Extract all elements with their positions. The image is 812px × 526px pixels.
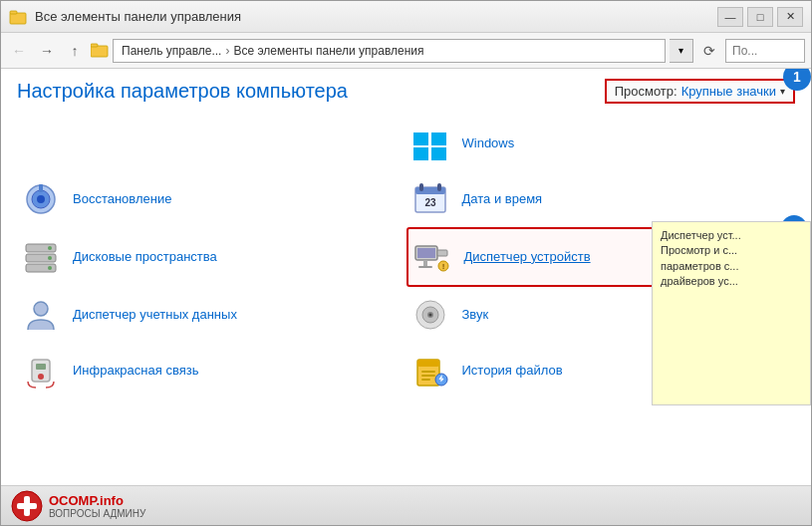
- minimize-button[interactable]: —: [717, 7, 743, 27]
- path-separator: ›: [225, 44, 229, 58]
- watermark: OCOMP.info ВОПРОСЫ АДМИНУ: [11, 490, 145, 522]
- list-item-windows[interactable]: Windows: [406, 116, 796, 171]
- sound-icon: [410, 295, 450, 335]
- svg-rect-2: [91, 46, 108, 57]
- page-title: Настройка параметров компьютера: [17, 80, 605, 103]
- watermark-icon: [11, 490, 43, 522]
- path-folder-icon: [91, 43, 109, 59]
- address-path[interactable]: Панель управле... › Все элементы панели …: [113, 39, 666, 63]
- refresh-button[interactable]: ⟳: [697, 39, 721, 63]
- bottom-bar: OCOMP.info ВОПРОСЫ АДМИНУ: [1, 485, 811, 525]
- svg-rect-3: [91, 44, 98, 47]
- list-item[interactable]: [17, 116, 406, 171]
- search-input[interactable]: [725, 39, 805, 63]
- list-item-diskspaces[interactable]: Дисковые пространства: [17, 227, 406, 287]
- svg-point-21: [48, 256, 52, 260]
- list-item-accounts[interactable]: Диспетчер учетных данных: [17, 287, 406, 343]
- watermark-site: OCOMP.info: [49, 493, 145, 508]
- svg-rect-7: [431, 147, 446, 160]
- svg-rect-27: [418, 266, 432, 268]
- item-label-filehistory: История файлов: [462, 363, 563, 380]
- watermark-subtitle: ВОПРОСЫ АДМИНУ: [49, 508, 145, 519]
- titlebar-icon: [9, 8, 27, 26]
- content-header: Настройка параметров компьютера Просмотр…: [1, 69, 811, 112]
- svg-rect-5: [431, 132, 446, 145]
- view-value[interactable]: Крупные значки: [681, 84, 776, 99]
- list-item-recovery[interactable]: Восстановление: [17, 171, 406, 227]
- diskspaces-icon: [21, 237, 61, 277]
- item-label-infrared: Инфракрасная связь: [73, 363, 198, 380]
- addressbar: ← → ↑ Панель управле... › Все элементы п…: [1, 33, 811, 69]
- item-label-sound: Звук: [462, 307, 489, 324]
- window-title: Все элементы панели управления: [35, 9, 717, 24]
- svg-rect-46: [17, 503, 37, 509]
- tooltip-line2: Просмотр и с...: [661, 243, 802, 258]
- view-dropdown-arrow[interactable]: ▾: [780, 86, 785, 97]
- close-button[interactable]: ✕: [777, 7, 803, 27]
- svg-point-22: [48, 266, 52, 270]
- main-window: Все элементы панели управления — □ ✕ ← →…: [0, 0, 812, 526]
- svg-rect-39: [417, 360, 439, 367]
- svg-rect-15: [437, 183, 441, 191]
- item-label-devmgr[interactable]: Диспетчер устройств: [464, 249, 591, 266]
- list-item-datetime[interactable]: 23 Дата и время: [406, 171, 796, 227]
- item-label-recovery: Восстановление: [73, 191, 171, 208]
- recovery-icon: [21, 179, 61, 219]
- view-selector[interactable]: Просмотр: Крупные значки ▾ 1: [605, 79, 795, 104]
- filehistory-icon: [410, 351, 450, 391]
- tooltip-line1: Диспетчер уст...: [661, 228, 802, 243]
- svg-rect-1: [10, 11, 17, 14]
- svg-text:23: 23: [424, 197, 436, 208]
- svg-rect-14: [419, 183, 423, 191]
- item-label-diskspaces: Дисковые пространства: [73, 249, 217, 266]
- item-label-datetime: Дата и время: [462, 191, 543, 208]
- path-part2: Все элементы панели управления: [233, 44, 423, 58]
- svg-rect-40: [421, 371, 435, 373]
- items-area: Windows Восстановление: [1, 112, 811, 485]
- watermark-text: OCOMP.info ВОПРОСЫ АДМИНУ: [49, 493, 145, 519]
- svg-rect-4: [413, 132, 428, 145]
- windows-icon: [410, 124, 450, 163]
- svg-rect-41: [421, 375, 435, 377]
- content-area: Настройка параметров компьютера Просмотр…: [1, 69, 811, 525]
- svg-text:!: !: [441, 262, 444, 271]
- svg-point-10: [37, 195, 45, 203]
- svg-rect-6: [413, 147, 428, 160]
- back-button[interactable]: ←: [7, 39, 31, 63]
- address-dropdown-button[interactable]: ▾: [670, 39, 693, 63]
- tooltip-line4: драйверов ус...: [661, 274, 802, 289]
- datetime-icon: 23: [410, 179, 450, 219]
- svg-rect-36: [36, 364, 46, 370]
- svg-rect-24: [417, 248, 435, 258]
- list-item-infrared[interactable]: Инфракрасная связь: [17, 343, 406, 398]
- path-part1: Панель управле...: [122, 44, 221, 58]
- svg-rect-0: [10, 13, 26, 24]
- window-controls: — □ ✕: [717, 7, 803, 27]
- svg-rect-42: [421, 379, 430, 381]
- item-label-accounts: Диспетчер учетных данных: [73, 307, 237, 324]
- svg-rect-25: [437, 250, 447, 256]
- svg-point-30: [34, 302, 48, 316]
- infrared-icon: [21, 351, 61, 391]
- badge-1: 1: [783, 69, 811, 91]
- accounts-icon: [21, 295, 61, 335]
- titlebar: Все элементы панели управления — □ ✕: [1, 1, 811, 33]
- svg-point-20: [48, 246, 52, 250]
- view-label: Просмотр:: [615, 84, 677, 99]
- devmgr-icon: !: [412, 237, 452, 277]
- tooltip-box: Диспетчер уст... Просмотр и с... парамет…: [652, 221, 811, 405]
- forward-button[interactable]: →: [35, 39, 59, 63]
- tooltip-line3: параметров с...: [661, 259, 802, 274]
- svg-rect-26: [423, 260, 427, 266]
- up-button[interactable]: ↑: [63, 39, 87, 63]
- svg-point-37: [38, 374, 44, 380]
- svg-point-34: [428, 314, 431, 317]
- maximize-button[interactable]: □: [747, 7, 773, 27]
- item-label-windows: Windows: [462, 135, 515, 152]
- svg-rect-11: [39, 184, 43, 192]
